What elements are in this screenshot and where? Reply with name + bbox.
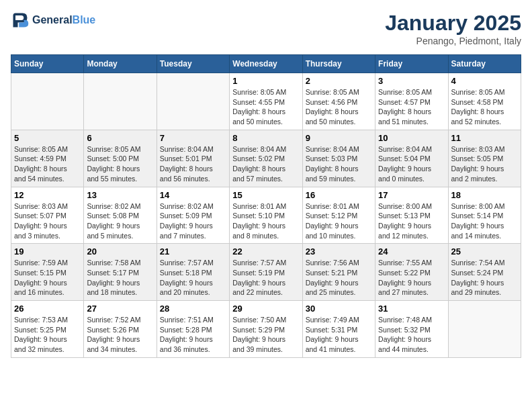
calendar-row: 5Sunrise: 8:05 AM Sunset: 4:59 PM Daylig…: [11, 130, 521, 187]
day-info: Sunrise: 8:01 AM Sunset: 5:12 PM Dayligh…: [306, 201, 372, 241]
day-info: Sunrise: 8:05 AM Sunset: 4:58 PM Dayligh…: [451, 87, 518, 127]
day-number: 16: [306, 190, 372, 200]
day-number: 6: [87, 133, 153, 143]
calendar-cell: 10Sunrise: 8:04 AM Sunset: 5:04 PM Dayli…: [375, 130, 448, 187]
weekday-header: Monday: [84, 55, 157, 73]
day-info: Sunrise: 8:03 AM Sunset: 5:07 PM Dayligh…: [14, 201, 81, 241]
day-number: 7: [160, 133, 226, 143]
day-number: 15: [232, 190, 299, 200]
day-number: 13: [87, 190, 153, 200]
day-number: 9: [306, 133, 372, 143]
calendar-cell: 28Sunrise: 7:51 AM Sunset: 5:28 PM Dayli…: [157, 301, 229, 358]
day-info: Sunrise: 7:59 AM Sunset: 5:15 PM Dayligh…: [14, 258, 81, 298]
calendar-table: SundayMondayTuesdayWednesdayThursdayFrid…: [11, 54, 521, 358]
day-info: Sunrise: 7:48 AM Sunset: 5:32 PM Dayligh…: [378, 315, 445, 355]
day-number: 4: [451, 76, 518, 86]
day-number: 21: [160, 246, 226, 257]
calendar-row: 12Sunrise: 8:03 AM Sunset: 5:07 PM Dayli…: [11, 187, 521, 244]
calendar-row: 26Sunrise: 7:53 AM Sunset: 5:25 PM Dayli…: [11, 301, 521, 358]
day-info: Sunrise: 8:00 AM Sunset: 5:13 PM Dayligh…: [378, 201, 445, 241]
calendar-cell: [84, 73, 157, 130]
day-info: Sunrise: 8:05 AM Sunset: 4:59 PM Dayligh…: [14, 144, 81, 184]
day-info: Sunrise: 7:54 AM Sunset: 5:24 PM Dayligh…: [451, 258, 518, 298]
calendar-cell: 18Sunrise: 8:00 AM Sunset: 5:14 PM Dayli…: [448, 187, 521, 244]
day-number: 3: [378, 76, 445, 86]
calendar-body: 1Sunrise: 8:05 AM Sunset: 4:55 PM Daylig…: [11, 73, 521, 358]
weekday-header: Thursday: [302, 55, 375, 73]
calendar-cell: [448, 301, 521, 358]
day-info: Sunrise: 8:05 AM Sunset: 4:56 PM Dayligh…: [306, 87, 372, 127]
day-info: Sunrise: 8:04 AM Sunset: 5:04 PM Dayligh…: [378, 144, 445, 184]
day-info: Sunrise: 8:02 AM Sunset: 5:08 PM Dayligh…: [87, 201, 153, 241]
day-number: 1: [232, 76, 299, 86]
day-info: Sunrise: 8:03 AM Sunset: 5:05 PM Dayligh…: [451, 144, 518, 184]
day-info: Sunrise: 8:05 AM Sunset: 4:55 PM Dayligh…: [232, 87, 299, 127]
weekday-header: Friday: [375, 55, 448, 73]
calendar-cell: 13Sunrise: 8:02 AM Sunset: 5:08 PM Dayli…: [84, 187, 157, 244]
logo: GeneralBlue: [11, 11, 95, 30]
day-number: 8: [232, 133, 299, 143]
calendar-cell: 4Sunrise: 8:05 AM Sunset: 4:58 PM Daylig…: [448, 73, 521, 130]
weekday-header: Wednesday: [230, 55, 302, 73]
day-number: 27: [87, 304, 153, 314]
logo-text: GeneralBlue: [32, 14, 95, 26]
day-info: Sunrise: 8:04 AM Sunset: 5:02 PM Dayligh…: [232, 144, 299, 184]
calendar-cell: 5Sunrise: 8:05 AM Sunset: 4:59 PM Daylig…: [11, 130, 84, 187]
day-number: 24: [378, 246, 445, 257]
day-info: Sunrise: 8:05 AM Sunset: 4:57 PM Dayligh…: [378, 87, 445, 127]
calendar-cell: 26Sunrise: 7:53 AM Sunset: 5:25 PM Dayli…: [11, 301, 84, 358]
calendar-cell: 2Sunrise: 8:05 AM Sunset: 4:56 PM Daylig…: [302, 73, 375, 130]
location: Penango, Piedmont, Italy: [385, 36, 521, 46]
calendar-cell: 24Sunrise: 7:55 AM Sunset: 5:22 PM Dayli…: [375, 244, 448, 301]
calendar-cell: 23Sunrise: 7:56 AM Sunset: 5:21 PM Dayli…: [302, 244, 375, 301]
calendar-cell: 9Sunrise: 8:04 AM Sunset: 5:03 PM Daylig…: [302, 130, 375, 187]
day-number: 20: [87, 246, 153, 257]
day-info: Sunrise: 7:50 AM Sunset: 5:29 PM Dayligh…: [232, 315, 299, 355]
calendar-cell: 25Sunrise: 7:54 AM Sunset: 5:24 PM Dayli…: [448, 244, 521, 301]
day-info: Sunrise: 7:53 AM Sunset: 5:25 PM Dayligh…: [14, 315, 81, 355]
day-info: Sunrise: 7:51 AM Sunset: 5:28 PM Dayligh…: [160, 315, 226, 355]
logo-icon: [11, 11, 30, 30]
calendar-cell: 8Sunrise: 8:04 AM Sunset: 5:02 PM Daylig…: [230, 130, 302, 187]
day-number: 18: [451, 190, 518, 200]
calendar-cell: 31Sunrise: 7:48 AM Sunset: 5:32 PM Dayli…: [375, 301, 448, 358]
day-number: 25: [451, 246, 518, 257]
day-number: 2: [306, 76, 372, 86]
calendar-cell: 12Sunrise: 8:03 AM Sunset: 5:07 PM Dayli…: [11, 187, 84, 244]
day-info: Sunrise: 8:01 AM Sunset: 5:10 PM Dayligh…: [232, 201, 299, 241]
calendar-cell: 22Sunrise: 7:57 AM Sunset: 5:19 PM Dayli…: [230, 244, 302, 301]
day-number: 19: [14, 246, 81, 257]
day-number: 28: [160, 304, 226, 314]
day-number: 12: [14, 190, 81, 200]
calendar-cell: 19Sunrise: 7:59 AM Sunset: 5:15 PM Dayli…: [11, 244, 84, 301]
calendar-cell: 21Sunrise: 7:57 AM Sunset: 5:18 PM Dayli…: [157, 244, 229, 301]
calendar-cell: 3Sunrise: 8:05 AM Sunset: 4:57 PM Daylig…: [375, 73, 448, 130]
calendar-header: SundayMondayTuesdayWednesdayThursdayFrid…: [11, 55, 521, 73]
title-block: January 2025 Penango, Piedmont, Italy: [385, 11, 521, 46]
day-info: Sunrise: 7:57 AM Sunset: 5:18 PM Dayligh…: [160, 258, 226, 298]
calendar-cell: 29Sunrise: 7:50 AM Sunset: 5:29 PM Dayli…: [230, 301, 302, 358]
calendar-cell: 6Sunrise: 8:05 AM Sunset: 5:00 PM Daylig…: [84, 130, 157, 187]
day-info: Sunrise: 7:55 AM Sunset: 5:22 PM Dayligh…: [378, 258, 445, 298]
day-number: 31: [378, 304, 445, 314]
day-info: Sunrise: 8:04 AM Sunset: 5:03 PM Dayligh…: [306, 144, 372, 184]
day-info: Sunrise: 7:58 AM Sunset: 5:17 PM Dayligh…: [87, 258, 153, 298]
day-info: Sunrise: 7:49 AM Sunset: 5:31 PM Dayligh…: [306, 315, 372, 355]
weekday-header: Sunday: [11, 55, 84, 73]
calendar-cell: 27Sunrise: 7:52 AM Sunset: 5:26 PM Dayli…: [84, 301, 157, 358]
day-number: 10: [378, 133, 445, 143]
day-number: 17: [378, 190, 445, 200]
day-number: 5: [14, 133, 81, 143]
calendar-row: 1Sunrise: 8:05 AM Sunset: 4:55 PM Daylig…: [11, 73, 521, 130]
calendar-cell: 30Sunrise: 7:49 AM Sunset: 5:31 PM Dayli…: [302, 301, 375, 358]
day-info: Sunrise: 7:52 AM Sunset: 5:26 PM Dayligh…: [87, 315, 153, 355]
day-info: Sunrise: 8:02 AM Sunset: 5:09 PM Dayligh…: [160, 201, 226, 241]
day-info: Sunrise: 7:56 AM Sunset: 5:21 PM Dayligh…: [306, 258, 372, 298]
day-info: Sunrise: 8:05 AM Sunset: 5:00 PM Dayligh…: [87, 144, 153, 184]
calendar-row: 19Sunrise: 7:59 AM Sunset: 5:15 PM Dayli…: [11, 244, 521, 301]
calendar-cell: 17Sunrise: 8:00 AM Sunset: 5:13 PM Dayli…: [375, 187, 448, 244]
day-number: 11: [451, 133, 518, 143]
calendar-cell: [157, 73, 229, 130]
day-number: 14: [160, 190, 226, 200]
page-header: GeneralBlue January 2025 Penango, Piedmo…: [11, 11, 521, 46]
